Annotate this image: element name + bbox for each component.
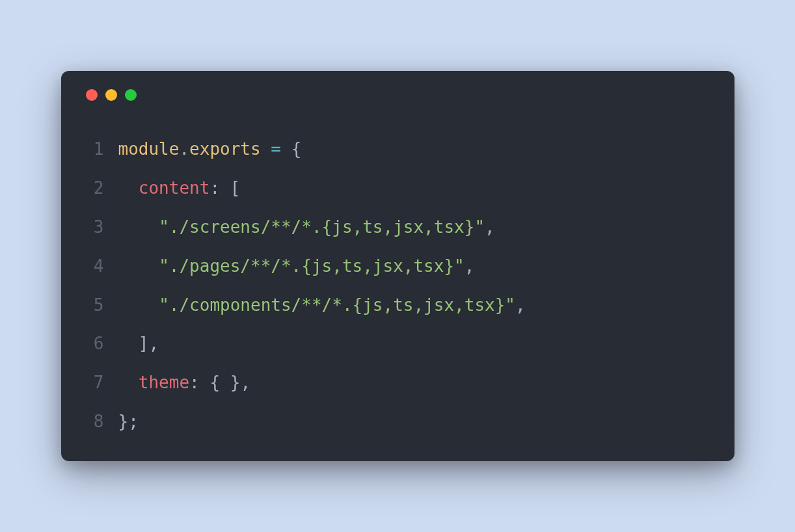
code-line: 5 "./components/**/*.{js,ts,jsx,tsx}",: [81, 286, 715, 325]
minimize-icon[interactable]: [105, 89, 117, 101]
token-indent: [118, 334, 139, 353]
line-number: 5: [81, 286, 104, 325]
line-number: 2: [81, 169, 104, 208]
token-indent: [118, 373, 139, 392]
token-punct: ,: [465, 256, 475, 276]
token-punct: ,: [485, 217, 495, 237]
code-editor[interactable]: 1 module.exports = { 2 content: [ 3 "./s…: [81, 130, 715, 441]
line-number: 7: [81, 364, 104, 403]
code-line: 3 "./screens/**/*.{js,ts,jsx,tsx}",: [81, 208, 715, 247]
token-brace: };: [118, 412, 139, 431]
token-brace: { }: [209, 373, 240, 392]
code-content: "./pages/**/*.{js,ts,jsx,tsx}",: [118, 247, 475, 286]
code-content: theme: { },: [118, 364, 251, 403]
token-indent: [118, 178, 139, 198]
code-window: 1 module.exports = { 2 content: [ 3 "./s…: [61, 71, 734, 460]
code-content: module.exports = {: [118, 130, 302, 169]
code-content: content: [: [118, 169, 241, 208]
close-icon[interactable]: [86, 89, 98, 101]
token-identifier: exports: [189, 139, 261, 159]
code-content: "./components/**/*.{js,ts,jsx,tsx}",: [118, 286, 526, 325]
code-line: 7 theme: { },: [81, 364, 715, 403]
token-brace: {: [291, 139, 302, 159]
code-line: 1 module.exports = {: [81, 130, 715, 169]
code-content: "./screens/**/*.{js,ts,jsx,tsx}",: [118, 208, 495, 247]
token-identifier: module: [118, 139, 180, 159]
line-number: 6: [81, 325, 104, 364]
code-line: 8 };: [81, 403, 715, 442]
token-punct: .: [179, 139, 189, 159]
token-string: "./pages/**/*.{js,ts,jsx,tsx}": [159, 256, 465, 276]
token-string: "./components/**/*.{js,ts,jsx,tsx}": [159, 295, 515, 315]
line-number: 4: [81, 247, 104, 286]
token-indent: [118, 217, 159, 237]
code-line: 4 "./pages/**/*.{js,ts,jsx,tsx}",: [81, 247, 715, 286]
token-punct: ,: [240, 373, 250, 392]
token-bracket: ],: [139, 334, 159, 353]
token-punct: :: [209, 178, 230, 198]
token-property: content: [139, 178, 210, 198]
code-line: 2 content: [: [81, 169, 715, 208]
code-line: 6 ],: [81, 325, 715, 364]
code-content: };: [118, 403, 139, 442]
line-number: 8: [81, 403, 104, 442]
traffic-lights: [81, 89, 715, 101]
line-number: 3: [81, 208, 104, 247]
token-punct: :: [189, 373, 209, 392]
token-operator: =: [261, 139, 291, 159]
token-string: "./screens/**/*.{js,ts,jsx,tsx}": [159, 217, 485, 237]
token-bracket: [: [230, 178, 241, 198]
maximize-icon[interactable]: [125, 89, 137, 101]
token-punct: ,: [515, 295, 526, 315]
line-number: 1: [81, 130, 104, 169]
token-indent: [118, 295, 159, 315]
token-property: theme: [139, 373, 189, 392]
token-indent: [118, 256, 159, 276]
code-content: ],: [118, 325, 159, 364]
